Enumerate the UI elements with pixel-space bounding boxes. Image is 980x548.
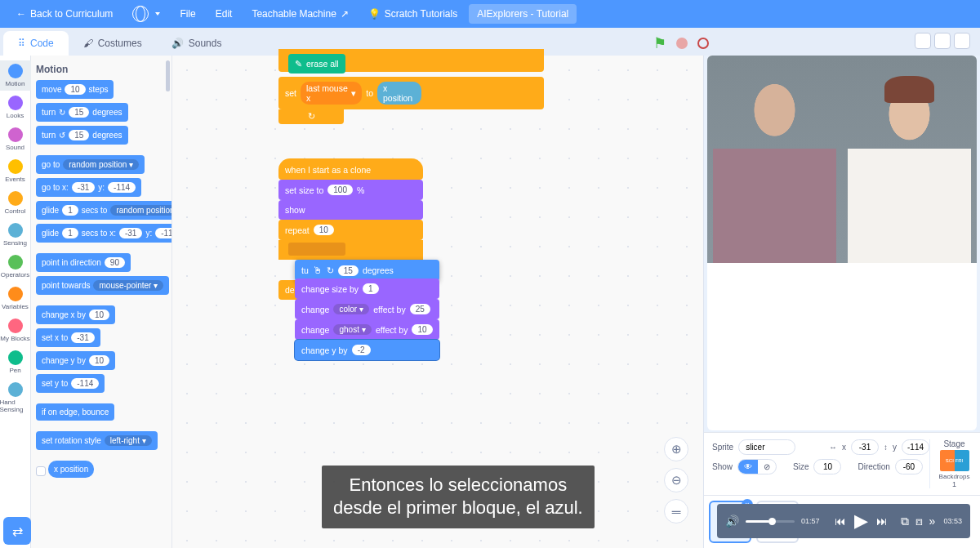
ws-show[interactable]: show xyxy=(278,200,423,220)
stage-size-controls xyxy=(915,33,970,49)
ws-color-effect[interactable]: changecolor ▾effect by25 xyxy=(295,299,439,319)
green-flag-icon[interactable]: ⚑ xyxy=(653,34,666,52)
zoom-reset-btn[interactable]: ═ xyxy=(664,499,688,523)
zoom-controls: ⊕ ⊖ ═ xyxy=(664,437,688,523)
forward-btn[interactable]: ⏭ xyxy=(876,515,888,528)
block-sety[interactable]: set y to-114 xyxy=(36,374,105,393)
tab-code[interactable]: ⠿Code xyxy=(3,31,69,56)
block-turn-ccw[interactable]: turn↺15degrees xyxy=(36,126,128,145)
code-icon: ⠿ xyxy=(18,38,25,49)
block-setx[interactable]: set x to-31 xyxy=(36,328,100,347)
pip-btn[interactable]: ⧈ xyxy=(915,515,923,528)
sprite-info: Sprite ↔x ↕y Show 👁⊘ Size Direction xyxy=(704,432,980,495)
backdrop-thumb: SCI FRI xyxy=(940,450,969,471)
ws-ghost-effect[interactable]: changeghost ▾effect by10 xyxy=(295,319,439,340)
volume-icon[interactable]: 🔊 xyxy=(725,515,739,528)
eye-off-icon: ⊘ xyxy=(758,460,776,474)
cat-variables[interactable]: Variables xyxy=(0,283,31,314)
ws-erase-block[interactable]: ✎erase all xyxy=(288,54,345,74)
tab-costumes[interactable]: 🖌Costumes xyxy=(69,31,157,56)
cw-arrow-icon: ↻ xyxy=(327,265,334,275)
back-btn[interactable]: ← Back to Curriculum xyxy=(8,4,121,24)
palette-title: Motion xyxy=(36,64,167,75)
ws-setsize[interactable]: set size to100% xyxy=(278,180,423,200)
file-menu[interactable]: File xyxy=(172,4,203,24)
costumes-icon: 🖌 xyxy=(83,38,93,49)
progress-track[interactable] xyxy=(746,520,795,523)
eye-icon: 👁 xyxy=(738,460,758,474)
globe-icon xyxy=(132,6,149,22)
sprite-name-input[interactable] xyxy=(738,439,795,455)
large-stage-btn[interactable] xyxy=(934,33,951,49)
time-current: 01:57 xyxy=(801,517,822,525)
pen-icon: ✎ xyxy=(295,59,302,69)
block-xpos-reporter[interactable]: x position xyxy=(48,461,94,478)
cat-pen[interactable]: Pen xyxy=(0,347,31,377)
sprite-size-input[interactable] xyxy=(813,459,841,474)
ws-repeat[interactable]: repeat10 xyxy=(278,220,423,240)
stage-view[interactable] xyxy=(707,56,977,430)
block-changey[interactable]: change y by10 xyxy=(36,351,115,370)
stage-selector[interactable]: Stage SCI FRI Backdrops 1 xyxy=(929,439,972,488)
block-turn-cw[interactable]: turn↻15degrees xyxy=(36,103,128,122)
right-panel: Sprite ↔x ↕y Show 👁⊘ Size Direction xyxy=(704,56,980,548)
presenter-1 xyxy=(713,72,837,263)
cat-handsensing[interactable]: Hand Sensing xyxy=(0,379,31,417)
lang-btn[interactable] xyxy=(124,2,168,26)
block-rotation[interactable]: set rotation styleleft-right ▾ xyxy=(36,431,158,450)
ccw-arrow-icon: ↺ xyxy=(59,131,65,140)
cat-events[interactable]: Events xyxy=(0,156,31,186)
fullscreen-btn[interactable] xyxy=(954,33,970,49)
cc-btn[interactable]: ⧉ xyxy=(901,515,909,528)
add-extension-btn[interactable]: ⇄ xyxy=(3,517,31,545)
tutorials-btn[interactable]: 💡 Scratch Tutorials xyxy=(360,4,466,24)
ws-changesize[interactable]: change size by1 xyxy=(295,278,439,299)
ws-changey[interactable]: change y by-2 xyxy=(295,340,439,360)
block-glide-xy[interactable]: glide1secs to x:-31y:-114 xyxy=(36,224,172,243)
stage-flags: ⚑ xyxy=(653,34,709,52)
cat-sensing[interactable]: Sensing xyxy=(0,220,31,250)
block-glide-rand[interactable]: glide1secs torandom position ▾ xyxy=(36,201,172,220)
xpos-checkbox[interactable] xyxy=(36,466,46,476)
block-move[interactable]: move10steps xyxy=(36,80,114,99)
block-changex[interactable]: change x by10 xyxy=(36,305,115,324)
more-btn[interactable]: » xyxy=(929,515,936,528)
loop-icon: ↻ xyxy=(308,111,315,122)
ws-set-block[interactable]: set last mouse x ▾ to x position xyxy=(278,77,544,109)
stop-icon[interactable] xyxy=(676,38,688,49)
menu-bar: ← Back to Curriculum File Edit Teachable… xyxy=(0,0,980,28)
cw-arrow-icon: ↻ xyxy=(59,108,65,117)
record-icon[interactable] xyxy=(697,38,709,49)
cat-motion[interactable]: Motion xyxy=(0,60,31,91)
show-toggle[interactable]: 👁⊘ xyxy=(737,459,777,474)
video-subtitle: Entonces lo seleccionamos desde el prime… xyxy=(322,466,595,528)
sounds-icon: 🔊 xyxy=(172,38,184,49)
sprite-dir-input[interactable] xyxy=(895,459,923,474)
rewind-btn[interactable]: ⏮ xyxy=(835,515,846,528)
tab-sounds[interactable]: 🔊Sounds xyxy=(157,31,237,56)
time-total: 03:53 xyxy=(942,517,962,525)
project-name[interactable]: AIExplorers - Tutorial xyxy=(469,4,577,24)
block-goto[interactable]: go torandom position ▾ xyxy=(36,155,145,174)
ws-clone-hat[interactable]: when I start as a clone xyxy=(278,158,423,180)
stage-content xyxy=(707,56,977,263)
teachable-machine-link[interactable]: Teachable Machine ↗ xyxy=(243,4,356,24)
cat-myblocks[interactable]: My Blocks xyxy=(0,315,31,345)
block-point-dir[interactable]: point in direction90 xyxy=(36,253,131,272)
block-categories: Motion Looks Sound Events Control Sensin… xyxy=(0,56,31,548)
block-gotoxy[interactable]: go to x:-31y:-114 xyxy=(36,178,141,197)
play-btn[interactable]: ▶ xyxy=(854,510,868,532)
video-player: 🔊 01:57 ⏮ ▶ ⏭ ⧉ ⧈ » 03:53 xyxy=(717,504,970,538)
small-stage-btn[interactable] xyxy=(915,33,931,49)
sprite-y-input[interactable] xyxy=(902,439,929,455)
sprite-x-input[interactable] xyxy=(851,439,879,455)
cat-operators[interactable]: Operators xyxy=(0,252,31,282)
cat-sound[interactable]: Sound xyxy=(0,124,31,154)
zoom-in-btn[interactable]: ⊕ xyxy=(664,437,688,461)
edit-menu[interactable]: Edit xyxy=(207,4,241,24)
zoom-out-btn[interactable]: ⊖ xyxy=(664,468,688,492)
block-point-towards[interactable]: point towardsmouse-pointer ▾ xyxy=(36,276,169,295)
cat-control[interactable]: Control xyxy=(0,188,31,218)
cat-looks[interactable]: Looks xyxy=(0,92,31,123)
block-bounce[interactable]: if on edge, bounce xyxy=(36,403,114,421)
